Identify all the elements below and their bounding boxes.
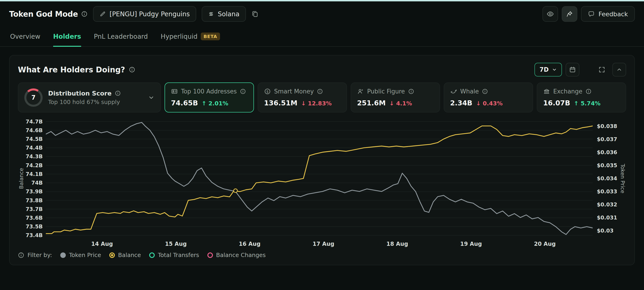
x-axis-tick: 20 Aug	[534, 241, 556, 247]
stat-card-exchange[interactable]: Exchange16.07B↑ 5.74%	[537, 82, 626, 112]
page-title: Token God Mode	[9, 10, 78, 18]
solana-icon	[208, 11, 214, 17]
stat-card-public-figure[interactable]: Public Figure251.6M↓ 4.1%	[351, 82, 440, 112]
panel-header: What Are Holders Doing? 7D	[18, 63, 626, 76]
x-axis-tick: 16 Aug	[239, 241, 260, 247]
legend-item-balance-changes[interactable]: Balance Changes	[208, 252, 266, 258]
x-axis-tick: 18 Aug	[386, 241, 408, 247]
app-title: Token God Mode	[9, 10, 88, 18]
svg-text:$: $	[266, 90, 268, 94]
legend-item-total-transfers[interactable]: Total Transfers	[149, 252, 199, 258]
distribution-score-subtitle: Top 100 hold 67% supply	[48, 99, 142, 105]
header: Token God Mode [PENGU] Pudgy Penguins So…	[0, 1, 644, 26]
chain-selector[interactable]: Solana	[202, 6, 246, 22]
stat-card-top-100-addresses[interactable]: Top 100 Addresses74.65B↑ 2.01%	[164, 82, 254, 112]
y-left-tick: 74.1B	[26, 171, 43, 177]
feedback-button[interactable]: Feedback	[581, 6, 635, 22]
stat-card-change: ↑ 2.01%	[202, 100, 228, 107]
chain-selector-label: Solana	[218, 10, 240, 18]
header-actions: Feedback	[542, 6, 635, 22]
stat-card-smart-money[interactable]: $Smart Money136.51M↓ 12.83%	[258, 82, 347, 112]
y-left-tick: 73.5B	[26, 223, 43, 230]
stat-card-distribution-score[interactable]: 7 Distribution Score Top 100 hold 67% su…	[18, 82, 161, 112]
token-selector-label: [PENGU] Pudgy Penguins	[110, 10, 190, 18]
chevron-down-icon[interactable]	[148, 94, 154, 101]
info-icon[interactable]	[586, 88, 592, 94]
x-axis-tick: 14 Aug	[91, 241, 113, 247]
fullscreen-button[interactable]	[595, 63, 609, 76]
y-right-tick: $0.034	[597, 175, 617, 182]
x-axis-ticks: 14 Aug15 Aug16 Aug17 Aug18 Aug19 Aug20 A…	[47, 237, 594, 248]
tab-label: Holders	[53, 33, 81, 40]
tab-label: PnL Leaderboard	[94, 33, 148, 40]
x-axis-tick: 17 Aug	[312, 241, 334, 247]
y-right-tick: $0.036	[597, 149, 617, 156]
pencil-icon	[100, 11, 106, 17]
stat-card-label: Exchange	[553, 88, 582, 95]
collapse-button[interactable]	[612, 63, 626, 76]
y-right-tick: $0.03	[597, 228, 614, 234]
stat-card-value: 74.65B	[171, 99, 198, 107]
id-card-icon	[171, 88, 178, 95]
stat-card-value: 2.34B	[450, 99, 472, 107]
timeframe-select[interactable]: 7D	[534, 63, 562, 76]
legend-item-label: Balance	[118, 252, 141, 258]
tabs: OverviewHoldersPnL LeaderboardHyperliqui…	[0, 26, 644, 47]
y-axis-label-right: Token Price	[620, 120, 626, 237]
pin-button[interactable]	[562, 6, 577, 22]
y-right-tick: $0.032	[597, 201, 617, 208]
info-icon[interactable]	[482, 88, 488, 94]
stat-card-change: ↓ 0.43%	[476, 100, 502, 107]
tab-pnl-leaderboard[interactable]: PnL Leaderboard	[94, 26, 148, 46]
y-left-tick: 74.2B	[26, 162, 43, 169]
holders-chart[interactable]	[46, 120, 593, 237]
stat-card-value: 16.07B	[543, 99, 570, 107]
legend-item-token-price[interactable]: Token Price	[60, 252, 101, 258]
eye-icon	[546, 10, 554, 18]
beta-badge: BETA	[201, 32, 220, 40]
chart-legend: Filter by: Token PriceBalanceTotal Trans…	[18, 252, 626, 258]
legend-item-label: Total Transfers	[158, 252, 199, 258]
y-left-tick: 74.7B	[26, 118, 43, 125]
feedback-label: Feedback	[598, 10, 628, 18]
legend-item-label: Balance Changes	[216, 252, 266, 258]
y-left-tick: 74.4B	[26, 145, 43, 151]
y-axis-ticks-right: $0.038$0.037$0.036$0.035$0.034$0.033$0.0…	[593, 120, 620, 237]
info-icon[interactable]	[18, 252, 24, 258]
stat-card-label: Top 100 Addresses	[181, 88, 237, 95]
info-icon[interactable]	[240, 88, 246, 94]
chart-area: Balance 74.7B74.6B74.5B74.4B74.3B74.2B74…	[18, 120, 626, 237]
info-icon[interactable]	[129, 66, 135, 73]
chat-icon	[588, 10, 595, 17]
info-icon[interactable]	[317, 88, 323, 94]
info-icon[interactable]	[408, 88, 414, 94]
holders-panel: What Are Holders Doing? 7D	[9, 55, 635, 265]
token-selector[interactable]: [PENGU] Pudgy Penguins	[93, 6, 196, 22]
tab-holders[interactable]: Holders	[53, 26, 81, 46]
tab-hyperliquid[interactable]: HyperliquidBETA	[161, 26, 220, 46]
filter-by-label: Filter by:	[28, 252, 52, 258]
y-right-tick: $0.031	[597, 214, 617, 221]
y-left-tick: 73.4B	[26, 232, 43, 239]
calendar-button[interactable]	[566, 63, 579, 76]
copy-icon[interactable]	[252, 10, 258, 17]
stat-card-whale[interactable]: Whale2.34B↓ 0.43%	[444, 82, 533, 112]
tab-overview[interactable]: Overview	[10, 26, 40, 46]
legend-item-balance[interactable]: Balance	[109, 252, 141, 258]
tab-label: Hyperliquid	[161, 33, 198, 40]
y-left-tick: 73.6B	[26, 215, 43, 221]
y-left-tick: 74.5B	[26, 136, 43, 142]
y-right-tick: $0.035	[597, 162, 617, 169]
bank-icon	[543, 88, 550, 95]
timeframe-value: 7D	[540, 66, 549, 73]
stat-cards-row: 7 Distribution Score Top 100 hold 67% su…	[18, 82, 626, 112]
legend-ring-dot	[149, 253, 155, 258]
y-right-tick: $0.037	[597, 136, 617, 142]
y-right-tick: $0.038	[597, 123, 617, 129]
watch-button[interactable]	[542, 6, 558, 22]
info-icon[interactable]	[81, 11, 88, 17]
y-axis-ticks-left: 74.7B74.6B74.5B74.4B74.3B74.2B74.1B74B73…	[24, 120, 46, 237]
legend-ring-dot	[208, 253, 213, 258]
distribution-score-value: 7	[26, 90, 40, 105]
info-icon[interactable]	[115, 90, 121, 96]
